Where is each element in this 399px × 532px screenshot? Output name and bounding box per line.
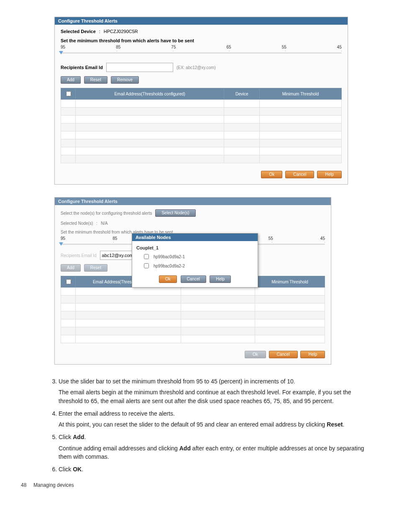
cancel-button[interactable]: Cancel	[285, 171, 314, 178]
remove-button[interactable]: Remove	[111, 76, 139, 84]
selected-device-row: Selected Device : HPCZJ0290C5R	[61, 29, 342, 34]
threshold-slider[interactable]: 95 85 75 65 55 45 ''''''	[61, 45, 342, 54]
node-row[interactable]: hp99bac0d9a2-2	[136, 261, 253, 270]
instructions-text: Use the slider bar to set the minimum th…	[38, 377, 372, 474]
node-checkbox[interactable]	[144, 254, 149, 259]
table-row	[61, 155, 342, 163]
ok-button-2[interactable]: Ok	[245, 351, 266, 358]
slider-thumb-icon[interactable]	[59, 51, 63, 54]
th-min: Minimum Threshold	[260, 88, 342, 100]
th-device: Device	[224, 88, 260, 100]
step-5: Click Add. Continue adding email address…	[59, 433, 372, 461]
node-label: hp99bac0d9a2-1	[153, 254, 185, 259]
table-row	[61, 147, 342, 155]
table-row	[61, 116, 342, 123]
add-button[interactable]: Add	[61, 76, 81, 84]
node-checkbox[interactable]	[144, 263, 149, 268]
recipients-email-label: Recipients Email Id	[61, 65, 103, 70]
threshold-table: Email Address(Thresholds configured) Dev…	[61, 88, 342, 163]
table-row	[61, 131, 342, 139]
email-hint: (EX: abc12@xy.com)	[176, 65, 216, 70]
overlay-title: Available Nodes	[132, 234, 258, 241]
help-button[interactable]: Help	[317, 171, 342, 178]
table-row	[61, 296, 325, 303]
ok-button[interactable]: Ok	[261, 171, 282, 178]
panel1-title: Configure Threshold Alerts	[55, 17, 348, 25]
recipients-email-input[interactable]	[106, 63, 173, 72]
select-all-checkbox-2[interactable]	[66, 279, 71, 284]
table-row	[61, 327, 325, 335]
page-section: Managing devices	[33, 482, 74, 488]
table-row	[61, 319, 325, 327]
step-6: Click OK.	[59, 465, 372, 473]
recipients-email-label-2: Recipients Email Id	[61, 253, 97, 258]
available-nodes-dialog: Available Nodes Couplet_1 hp99bac0d9a2-1…	[132, 233, 258, 288]
selected-nodes-value: N/A	[101, 221, 108, 226]
th-email: Email Address(Thresholds configured)	[76, 88, 224, 100]
panel2-title: Configure Threshold Alerts	[55, 198, 331, 205]
table-row	[61, 139, 342, 147]
table-row	[61, 303, 325, 311]
select-nodes-button[interactable]: Select Node(s)	[155, 209, 195, 217]
configure-threshold-panel-1: Configure Threshold Alerts Selected Devi…	[54, 17, 348, 185]
help-button-2[interactable]: Help	[300, 351, 325, 358]
node-label: hp99bac0d9a2-2	[153, 264, 185, 268]
th-min-2: Minimum Threshold	[255, 276, 325, 288]
select-all-checkbox[interactable]	[66, 91, 71, 96]
add-button-2[interactable]: Add	[61, 264, 81, 272]
cancel-button-2[interactable]: Cancel	[269, 351, 298, 358]
slider-caption: Set the minimum threshold from which ale…	[61, 38, 342, 43]
table-row	[61, 288, 325, 296]
table-row	[61, 108, 342, 116]
configure-threshold-panel-2: Configure Threshold Alerts Select the no…	[54, 197, 331, 365]
reset-button[interactable]: Reset	[84, 76, 107, 84]
page-number: 48	[21, 482, 26, 488]
overlay-ok-button[interactable]: Ok	[159, 275, 177, 283]
table-row	[61, 335, 325, 343]
selected-nodes-label: Selected Node(s)	[61, 221, 93, 226]
selected-device-value: HPCZJ0290C5R	[104, 29, 138, 34]
page-footer: 48 Managing devices	[21, 482, 378, 488]
table-row	[61, 123, 342, 131]
selected-device-label: Selected Device	[61, 29, 96, 34]
reset-button-2[interactable]: Reset	[84, 264, 107, 272]
slider-thumb-icon[interactable]	[59, 242, 63, 246]
step-3: Use the slider bar to set the minimum th…	[59, 377, 372, 405]
step-4: Enter the email address to receive the a…	[59, 409, 372, 429]
overlay-cancel-button[interactable]: Cancel	[181, 275, 206, 283]
select-node-caption: Select the node(s) for configuring thres…	[61, 211, 152, 216]
overlay-group: Couplet_1	[136, 245, 253, 250]
table-row	[61, 311, 325, 319]
table-row	[61, 100, 342, 108]
overlay-help-button[interactable]: Help	[210, 275, 231, 283]
node-row[interactable]: hp99bac0d9a2-1	[136, 252, 253, 261]
